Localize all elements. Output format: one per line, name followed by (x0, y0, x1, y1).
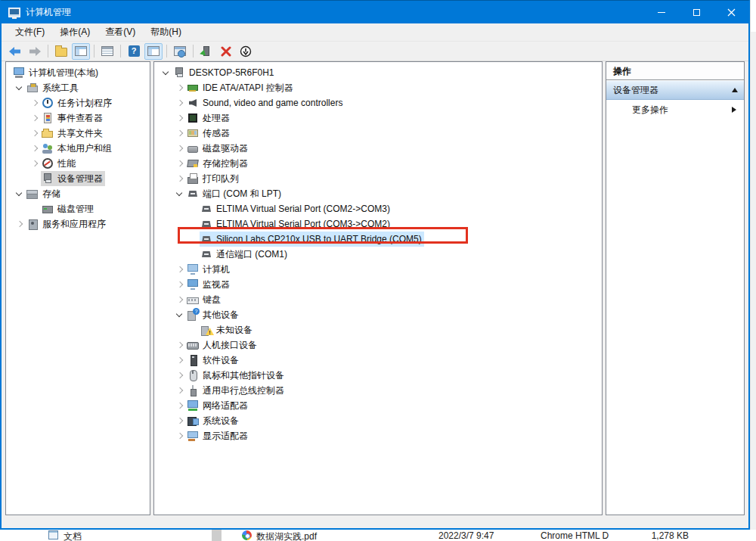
tree-item[interactable]: 服务和应用程序 (6, 216, 150, 232)
properties-button[interactable] (98, 43, 116, 60)
tree-item[interactable]: 磁盘驱动器 (154, 141, 602, 156)
tree-item[interactable]: 传感器 (154, 126, 602, 141)
chevron-expanded-icon[interactable] (12, 187, 26, 201)
uninstall-button[interactable] (217, 43, 235, 60)
explorer-file-name[interactable]: 数据湖实践.pdf (256, 530, 317, 541)
chevron-expanded-icon[interactable] (172, 187, 186, 201)
chevron-collapsed-icon[interactable] (172, 293, 186, 306)
chevron-collapsed-icon[interactable] (172, 384, 186, 397)
menu-help[interactable]: 帮助(H) (143, 23, 189, 41)
sensor-icon (187, 127, 199, 139)
tree-item[interactable]: 通用串行总线控制器 (154, 383, 602, 398)
tree-item[interactable]: DESKTOP-5R6F0H1 (154, 65, 602, 80)
tree-item-label: 传感器 (202, 127, 230, 140)
explorer-nav-documents[interactable]: 文档 (64, 530, 82, 541)
tree-item[interactable]: 处理器 (154, 110, 602, 126)
tree-item-label: IDE ATA/ATAPI 控制器 (202, 82, 293, 95)
tree-item-label: 设备管理器 (57, 173, 103, 185)
chevron-collapsed-icon[interactable] (27, 96, 41, 110)
hid-icon (187, 339, 199, 351)
maximize-button[interactable] (679, 1, 714, 23)
back-button[interactable] (6, 43, 24, 60)
tree-item[interactable]: 软件设备 (154, 353, 602, 368)
close-button[interactable] (714, 1, 748, 23)
more-actions-item[interactable]: 更多操作 (606, 100, 744, 120)
chevron-collapsed-icon[interactable] (172, 263, 186, 276)
chevron-collapsed-icon[interactable] (27, 141, 41, 155)
tree-item[interactable]: 通信端口 (COM1) (154, 247, 602, 262)
help-button[interactable]: ? (125, 43, 143, 60)
tree-item[interactable]: ELTIMA Virtual Serial Port (COM2->COM3) (154, 201, 602, 216)
chevron-collapsed-icon[interactable] (172, 141, 186, 155)
forward-button[interactable] (26, 43, 44, 60)
chevron-collapsed-icon[interactable] (172, 157, 186, 170)
tree-item[interactable]: 共享文件夹 (6, 126, 150, 141)
console-window-button[interactable] (171, 43, 189, 60)
chevron-collapsed-icon[interactable] (172, 368, 186, 382)
export-list-button[interactable] (52, 43, 70, 60)
tree-item[interactable]: 系统工具 (6, 80, 150, 95)
tree-item[interactable]: 系统设备 (154, 413, 602, 428)
tree-item[interactable]: 显示适配器 (154, 428, 602, 443)
shared-folders-icon (42, 127, 54, 139)
tree-item[interactable]: 事件查看器 (6, 110, 150, 126)
tree-item[interactable]: 存储 (6, 186, 150, 201)
tree-item[interactable]: 本地用户和组 (6, 141, 150, 156)
chevron-collapsed-icon[interactable] (172, 172, 186, 185)
chevron-collapsed-icon[interactable] (172, 96, 186, 110)
chevron-expanded-icon[interactable] (159, 66, 172, 79)
tree-item[interactable]: 计算机管理(本地) (6, 65, 150, 80)
tree-item[interactable]: 磁盘管理 (6, 201, 150, 216)
menu-bar: 文件(F) 操作(A) 查看(V) 帮助(H) (2, 23, 748, 42)
tree-item[interactable]: 设备管理器 (6, 171, 150, 186)
show-action-pane-button[interactable] (144, 43, 163, 60)
menu-view[interactable]: 查看(V) (98, 23, 143, 41)
menu-action[interactable]: 操作(A) (52, 23, 98, 41)
disable-device-button[interactable] (237, 43, 255, 60)
tree-item[interactable]: 其他设备 (154, 307, 602, 322)
chevron-collapsed-icon[interactable] (12, 217, 26, 231)
chevron-collapsed-icon[interactable] (172, 414, 186, 428)
tree-item[interactable]: 端口 (COM 和 LPT) (154, 186, 602, 201)
show-console-tree-button[interactable] (72, 43, 90, 60)
tree-item[interactable]: 未知设备 (154, 322, 602, 337)
chevron-collapsed-icon[interactable] (27, 126, 41, 140)
explorer-scrollbar-thumb[interactable] (212, 530, 222, 541)
tree-item[interactable]: IDE ATA/ATAPI 控制器 (154, 80, 602, 95)
chevron-collapsed-icon[interactable] (172, 278, 186, 291)
tree-item[interactable]: Silicon Labs CP210x USB to UART Bridge (… (154, 232, 602, 247)
chevron-expanded-icon[interactable] (172, 308, 186, 322)
tree-item[interactable]: 任务计划程序 (6, 95, 150, 110)
chevron-collapsed-icon[interactable] (172, 81, 186, 95)
chevron-collapsed-icon[interactable] (27, 157, 41, 170)
tree-item[interactable]: 键盘 (154, 292, 602, 307)
tree-item[interactable]: 人机接口设备 (154, 337, 602, 353)
tree-item[interactable]: 存储控制器 (154, 156, 602, 171)
tree-item[interactable]: 性能 (6, 156, 150, 171)
collapse-arrow-icon[interactable] (732, 88, 738, 92)
tree-item[interactable]: 鼠标和其他指针设备 (154, 368, 602, 383)
tree-item[interactable]: Sound, video and game controllers (154, 95, 602, 110)
chevron-expanded-icon[interactable] (12, 81, 26, 95)
actions-section-device-manager[interactable]: 设备管理器 (606, 80, 744, 100)
scan-hardware-button[interactable] (197, 43, 215, 60)
tree-item-label: 服务和应用程序 (42, 218, 106, 231)
tree-item[interactable]: ELTIMA Virtual Serial Port (COM3->COM2) (154, 216, 602, 232)
tree-item[interactable]: 计算机 (154, 262, 602, 277)
chevron-collapsed-icon[interactable] (172, 111, 186, 125)
tree-item[interactable]: 网络适配器 (154, 398, 602, 413)
chevron-collapsed-icon[interactable] (172, 353, 186, 367)
toolbar-separator (193, 45, 194, 58)
chevron-collapsed-icon[interactable] (172, 399, 186, 412)
title-bar[interactable]: 计算机管理 (2, 1, 748, 23)
chevron-collapsed-icon[interactable] (172, 429, 186, 443)
chevron-collapsed-icon[interactable] (172, 338, 186, 352)
chevron-collapsed-icon[interactable] (27, 111, 41, 125)
tree-item[interactable]: 监视器 (154, 277, 602, 292)
tree-item[interactable]: 打印队列 (154, 171, 602, 186)
chevron-collapsed-icon[interactable] (172, 126, 186, 140)
background-window-right-edge (750, 0, 756, 530)
minimize-button[interactable] (644, 1, 679, 23)
serial-port-icon (187, 188, 199, 200)
menu-file[interactable]: 文件(F) (8, 23, 52, 41)
